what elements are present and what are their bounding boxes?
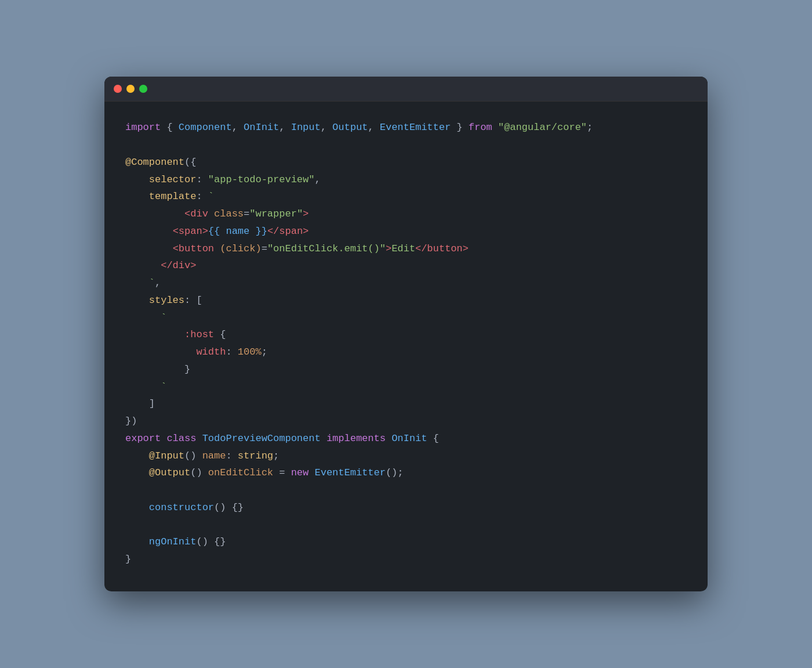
minimize-button[interactable] <box>126 85 135 93</box>
titlebar <box>104 77 708 102</box>
code-content: import { Component, OnInit, Input, Outpu… <box>104 102 708 591</box>
close-button[interactable] <box>114 85 122 93</box>
code-editor-window: import { Component, OnInit, Input, Outpu… <box>104 77 708 591</box>
maximize-button[interactable] <box>139 85 147 93</box>
